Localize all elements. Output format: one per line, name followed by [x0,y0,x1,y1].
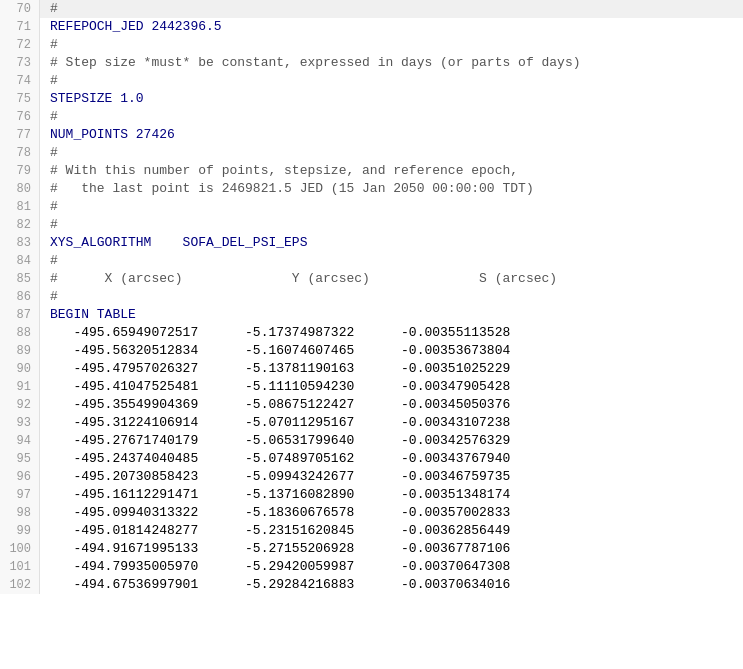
line-number: 91 [0,378,40,396]
line-content: -494.79935005970 -5.29420059987 -0.00370… [40,558,510,576]
code-line: 72# [0,36,743,54]
line-content: -495.09940313322 -5.18360676578 -0.00357… [40,504,510,522]
code-line: 102 -494.67536997901 -5.29284216883 -0.0… [0,576,743,594]
code-line: 99 -495.01814248277 -5.23151620845 -0.00… [0,522,743,540]
code-line: 82# [0,216,743,234]
code-line: 81# [0,198,743,216]
line-number: 75 [0,90,40,108]
line-number: 72 [0,36,40,54]
code-line: 92 -495.35549904369 -5.08675122427 -0.00… [0,396,743,414]
code-line: 87BEGIN TABLE [0,306,743,324]
code-line: 90 -495.47957026327 -5.13781190163 -0.00… [0,360,743,378]
code-line: 80# the last point is 2469821.5 JED (15 … [0,180,743,198]
code-line: 85# X (arcsec) Y (arcsec) S (arcsec) [0,270,743,288]
line-content: # [40,72,58,90]
code-line: 89 -495.56320512834 -5.16074607465 -0.00… [0,342,743,360]
line-number: 92 [0,396,40,414]
code-viewer: 70#71REFEPOCH_JED 2442396.572#73# Step s… [0,0,743,669]
line-content: # [40,288,58,306]
line-content: # [40,252,58,270]
line-number: 70 [0,0,40,18]
code-line: 78# [0,144,743,162]
line-content: # the last point is 2469821.5 JED (15 Ja… [40,180,534,198]
line-content: # X (arcsec) Y (arcsec) S (arcsec) [40,270,557,288]
line-content: # [40,144,58,162]
line-number: 71 [0,18,40,36]
code-line: 88 -495.65949072517 -5.17374987322 -0.00… [0,324,743,342]
line-number: 98 [0,504,40,522]
code-line: 96 -495.20730858423 -5.09943242677 -0.00… [0,468,743,486]
line-content: -495.41047525481 -5.11110594230 -0.00347… [40,378,510,396]
code-line: 83XYS_ALGORITHM SOFA_DEL_PSI_EPS [0,234,743,252]
line-content: # Step size *must* be constant, expresse… [40,54,581,72]
code-line: 97 -495.16112291471 -5.13716082890 -0.00… [0,486,743,504]
line-number: 82 [0,216,40,234]
code-line: 94 -495.27671740179 -5.06531799640 -0.00… [0,432,743,450]
code-line: 76# [0,108,743,126]
line-content: # [40,36,58,54]
line-content: -495.47957026327 -5.13781190163 -0.00351… [40,360,510,378]
code-line: 98 -495.09940313322 -5.18360676578 -0.00… [0,504,743,522]
line-content: -495.56320512834 -5.16074607465 -0.00353… [40,342,510,360]
line-content: -495.31224106914 -5.07011295167 -0.00343… [40,414,510,432]
line-content: BEGIN TABLE [40,306,136,324]
code-line: 73# Step size *must* be constant, expres… [0,54,743,72]
code-line: 93 -495.31224106914 -5.07011295167 -0.00… [0,414,743,432]
line-content: # [40,108,58,126]
line-content: REFEPOCH_JED 2442396.5 [40,18,222,36]
code-line: 100 -494.91671995133 -5.27155206928 -0.0… [0,540,743,558]
code-line: 84# [0,252,743,270]
line-number: 78 [0,144,40,162]
line-number: 85 [0,270,40,288]
line-number: 83 [0,234,40,252]
line-number: 96 [0,468,40,486]
line-content: -495.35549904369 -5.08675122427 -0.00345… [40,396,510,414]
line-number: 77 [0,126,40,144]
line-content: -495.16112291471 -5.13716082890 -0.00351… [40,486,510,504]
line-content: # [40,216,58,234]
code-line: 77NUM_POINTS 27426 [0,126,743,144]
line-content: -494.67536997901 -5.29284216883 -0.00370… [40,576,510,594]
code-line: 95 -495.24374040485 -5.07489705162 -0.00… [0,450,743,468]
line-number: 76 [0,108,40,126]
line-number: 97 [0,486,40,504]
line-number: 90 [0,360,40,378]
line-number: 89 [0,342,40,360]
line-number: 87 [0,306,40,324]
line-number: 99 [0,522,40,540]
line-number: 102 [0,576,40,594]
line-content: STEPSIZE 1.0 [40,90,144,108]
line-content: # With this number of points, stepsize, … [40,162,518,180]
line-number: 95 [0,450,40,468]
line-number: 80 [0,180,40,198]
line-number: 101 [0,558,40,576]
code-line: 74# [0,72,743,90]
code-line: 79# With this number of points, stepsize… [0,162,743,180]
code-line: 70# [0,0,743,18]
line-number: 81 [0,198,40,216]
line-content: -495.01814248277 -5.23151620845 -0.00362… [40,522,510,540]
line-content: NUM_POINTS 27426 [40,126,175,144]
line-number: 93 [0,414,40,432]
line-number: 84 [0,252,40,270]
line-number: 86 [0,288,40,306]
line-content: -495.24374040485 -5.07489705162 -0.00343… [40,450,510,468]
line-number: 79 [0,162,40,180]
code-line: 71REFEPOCH_JED 2442396.5 [0,18,743,36]
line-number: 100 [0,540,40,558]
line-content: XYS_ALGORITHM SOFA_DEL_PSI_EPS [40,234,307,252]
line-number: 73 [0,54,40,72]
line-number: 74 [0,72,40,90]
line-content: -495.27671740179 -5.06531799640 -0.00342… [40,432,510,450]
code-line: 75STEPSIZE 1.0 [0,90,743,108]
line-content: # [40,0,58,18]
line-content: -494.91671995133 -5.27155206928 -0.00367… [40,540,510,558]
code-line: 86# [0,288,743,306]
line-content: -495.20730858423 -5.09943242677 -0.00346… [40,468,510,486]
line-number: 88 [0,324,40,342]
code-line: 101 -494.79935005970 -5.29420059987 -0.0… [0,558,743,576]
line-content: -495.65949072517 -5.17374987322 -0.00355… [40,324,510,342]
code-line: 91 -495.41047525481 -5.11110594230 -0.00… [0,378,743,396]
line-content: # [40,198,58,216]
line-number: 94 [0,432,40,450]
